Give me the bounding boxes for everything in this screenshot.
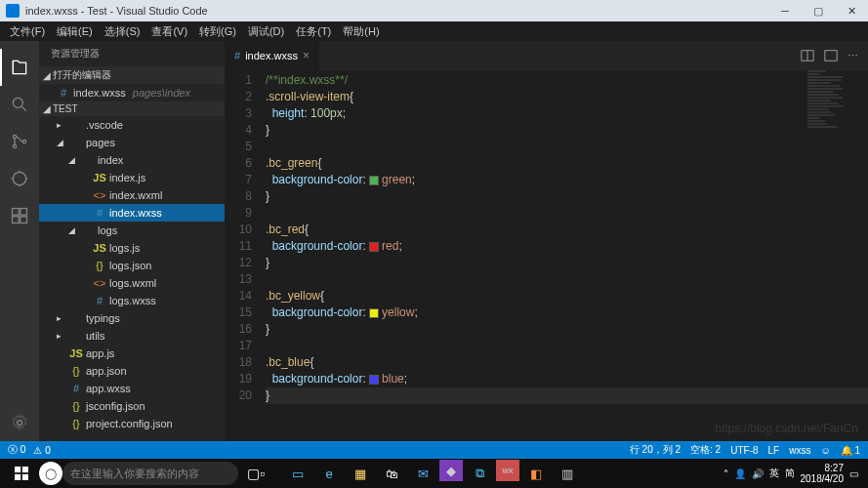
tree-item-app-json[interactable]: {}app.json [39, 362, 225, 380]
tab-close-icon[interactable]: × [303, 49, 310, 62]
menu-item[interactable]: 帮助(H) [337, 22, 385, 41]
explorer-icon[interactable] [0, 49, 39, 86]
status-line-col[interactable]: 行 20，列 2 [630, 443, 681, 457]
status-language[interactable]: wxss [789, 445, 810, 456]
debug-icon[interactable] [0, 160, 39, 197]
menu-item[interactable]: 转到(G) [193, 22, 242, 41]
tree-item-label: logs.wxss [109, 295, 156, 306]
task-view-icon[interactable]: ▢▫ [238, 460, 273, 487]
tree-item-label: index.wxml [109, 189, 162, 201]
tree-item-label: pages [86, 137, 115, 148]
taskbar-edge[interactable]: e [314, 460, 344, 487]
angle-icon: <> [93, 189, 106, 201]
menu-item[interactable]: 查看(V) [145, 22, 193, 41]
root-label: TEST [53, 103, 78, 114]
tree-item-logs-wxss[interactable]: #logs.wxss [39, 292, 225, 309]
tray-notifications-icon[interactable]: ▭ [849, 468, 858, 479]
tray-ime2[interactable]: 简 [785, 467, 795, 480]
taskbar-app[interactable]: ▭ [283, 460, 312, 487]
start-button[interactable] [4, 460, 39, 487]
tree-item-index-wxml[interactable]: <>index.wxml [39, 186, 225, 204]
tray-up-icon[interactable]: ˄ [723, 468, 728, 479]
hash-icon: # [69, 383, 83, 394]
tray-clock[interactable]: 8:27 2018/4/20 [801, 463, 845, 484]
tree-item-logs-json[interactable]: {}logs.json [39, 257, 225, 274]
tree-item-app-js[interactable]: JSapp.js [39, 345, 225, 362]
tree-item-jsconfig-json[interactable]: {}jsconfig.json [39, 397, 225, 415]
status-spaces[interactable]: 空格: 2 [690, 443, 721, 457]
tray-network-icon[interactable]: 🔊 [752, 468, 764, 479]
menu-item[interactable]: 编辑(E) [51, 22, 99, 41]
code-content[interactable]: /**index.wxss**/.scroll-view-item{ heigh… [266, 70, 868, 441]
window-title: index.wxss - Test - Visual Studio Code [25, 5, 208, 17]
status-warnings[interactable]: ⚠ 0 [33, 445, 50, 456]
more-icon[interactable]: ⋯ [847, 50, 858, 62]
tree-item-logs[interactable]: ◢logs [39, 222, 225, 239]
tree-item-index[interactable]: ◢index [39, 151, 225, 169]
tree-item-pages[interactable]: ◢pages [39, 134, 225, 151]
code-editor[interactable]: 1234567891011121314151617181920 /**index… [225, 70, 868, 441]
svg-rect-12 [15, 467, 21, 472]
file-tree: ▸.vscode◢pages◢indexJSindex.js<>index.wx… [39, 116, 225, 432]
hash-icon: # [93, 295, 106, 306]
svg-point-2 [13, 144, 16, 147]
folder-root-header[interactable]: ◢TEST [39, 102, 225, 116]
editor-tabs: # index.wxss × ⋯ [225, 41, 868, 70]
tab-index-wxss[interactable]: # index.wxss × [225, 41, 320, 70]
layout-icon[interactable] [824, 49, 838, 62]
taskbar-app4[interactable]: ◧ [521, 460, 551, 487]
open-editor-item[interactable]: # index.wxss pages\index [39, 84, 225, 102]
brace-icon: {} [69, 418, 83, 429]
tree-item-label: utils [86, 330, 105, 342]
tree-item-app-wxss[interactable]: #app.wxss [39, 380, 225, 397]
tree-item-typings[interactable]: ▸typings [39, 309, 225, 327]
source-control-icon[interactable] [0, 123, 39, 160]
tree-item-logs-wxml[interactable]: <>logs.wxml [39, 274, 225, 292]
tree-item-utils[interactable]: ▸utils [39, 327, 225, 345]
tray-ime1[interactable]: 英 [769, 467, 779, 480]
taskbar-app5[interactable]: ▥ [553, 460, 582, 487]
settings-icon[interactable] [0, 404, 39, 441]
sidebar: 资源管理器 ◢打开的编辑器 # index.wxss pages\index ◢… [39, 41, 225, 441]
taskbar-explorer[interactable]: ▦ [346, 460, 375, 487]
search-placeholder: 在这里输入你要搜索的内容 [70, 467, 199, 481]
tree-item-index-wxss[interactable]: #index.wxss [39, 204, 225, 222]
tree-item-label: app.json [86, 365, 127, 377]
line-gutter: 1234567891011121314151617181920 [225, 70, 266, 441]
open-editors-label: 打开的编辑器 [53, 68, 111, 82]
menu-item[interactable]: 任务(T) [290, 22, 337, 41]
tree-item-index-js[interactable]: JSindex.js [39, 169, 225, 186]
close-button[interactable]: ✕ [835, 0, 868, 21]
taskbar-store[interactable]: 🛍 [377, 460, 406, 487]
taskbar-search[interactable]: 在这里输入你要搜索的内容 [62, 462, 238, 485]
cortana-icon[interactable]: ◯ [39, 462, 62, 485]
tree-item-label: app.wxss [86, 383, 131, 394]
menu-item[interactable]: 调试(D) [242, 22, 290, 41]
taskbar-mail[interactable]: ✉ [408, 460, 437, 487]
search-icon[interactable] [0, 86, 39, 123]
menu-item[interactable]: 选择(S) [99, 22, 146, 41]
status-errors[interactable]: ⓧ 0 [8, 443, 25, 457]
tree-item-label: index.wxss [109, 207, 162, 219]
maximize-button[interactable]: ▢ [802, 0, 835, 21]
tree-item--vscode[interactable]: ▸.vscode [39, 116, 225, 134]
open-file-path: pages\index [133, 87, 190, 99]
menu-item[interactable]: 文件(F) [4, 22, 51, 41]
taskbar-app3[interactable]: wx [496, 460, 519, 481]
brace-icon: {} [69, 365, 83, 377]
taskbar-vscode[interactable]: ⧉ [465, 460, 494, 487]
status-feedback[interactable]: ☺ [820, 445, 830, 456]
status-eol[interactable]: LF [768, 445, 780, 456]
tray-people-icon[interactable]: 👤 [734, 468, 746, 479]
minimap[interactable] [807, 70, 856, 265]
taskbar-app2[interactable]: ◆ [439, 460, 463, 481]
split-editor-icon[interactable] [801, 49, 814, 62]
tree-item-logs-js[interactable]: JSlogs.js [39, 239, 225, 257]
status-notifications[interactable]: 🔔 1 [841, 445, 860, 456]
minimize-button[interactable]: ─ [768, 0, 802, 21]
tree-item-project-config-json[interactable]: {}project.config.json [39, 415, 225, 432]
status-encoding[interactable]: UTF-8 [730, 445, 758, 456]
open-editors-header[interactable]: ◢打开的编辑器 [39, 66, 225, 84]
extensions-icon[interactable] [0, 197, 39, 234]
editor-area: # index.wxss × ⋯ 12345678910111213141516… [225, 41, 868, 441]
